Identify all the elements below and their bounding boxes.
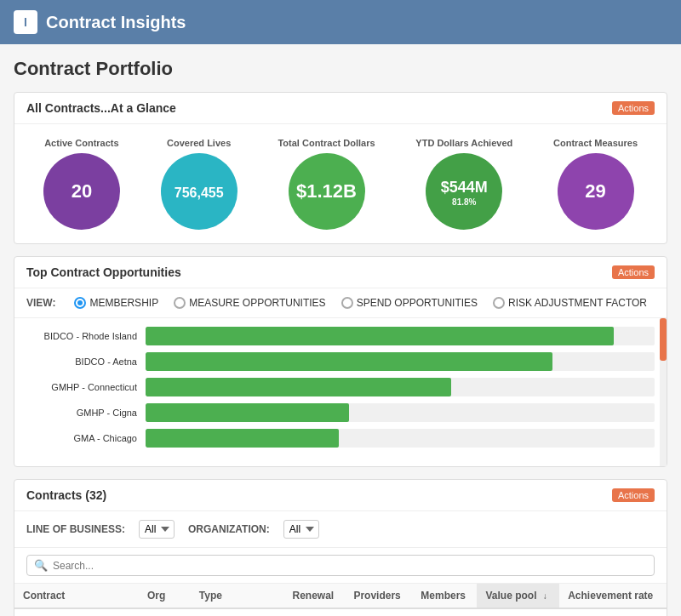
glance-title: All Contracts...At a Glance [26,101,176,115]
bar-chart-body: BIDCO - Rhode IslandBIDCO - AetnaGMHP - … [14,318,667,466]
page-title: Contract Portfolio [14,58,667,80]
glance-section: All Contracts...At a Glance Actions Acti… [14,92,667,244]
cell-achievement-rate: 20.50% [559,608,667,616]
col-achievement-rate[interactable]: Achievement rate [559,584,667,608]
opportunities-actions-button[interactable]: Actions [612,265,655,279]
radio-spend-label: SPEND OPPORTUNITIES [357,297,478,309]
glance-ytd-label: YTD Dollars Achieved [415,138,512,148]
radio-spend-circle [341,297,353,309]
page-content: Contract Portfolio All Contracts...At a … [0,44,681,616]
glance-covered-lives: Covered Lives 756,455 [161,138,237,230]
contracts-section: Contracts (32) Actions LINE OF BUSINESS:… [14,479,667,616]
bar-fill [146,378,451,396]
glance-ytd-circle: $544M 81.8% [426,153,502,230]
glance-covered-value: 756,455 [175,185,224,200]
bar-fill [146,429,339,448]
glance-total-label: Total Contract Dollars [278,138,375,148]
glance-actions-button[interactable]: Actions [612,101,655,115]
glance-active-contracts: Active Contracts 20 [43,138,120,230]
contracts-header: Contracts (32) Actions [14,480,667,511]
bar-label: GMHP - Cigna [26,408,137,418]
lob-select[interactable]: All [139,520,175,539]
opportunities-section: Top Contract Opportunities Actions VIEW:… [14,256,667,467]
bar-chart: BIDCO - Rhode IslandBIDCO - AetnaGMHP - … [14,318,667,466]
radio-risk[interactable]: RISK ADJUSTMENT FACTOR [493,297,647,309]
bar-row: GMHP - Connecticut [26,378,655,396]
view-label: VIEW: [26,297,55,309]
opportunities-actions-label: Actions [618,267,649,277]
glance-measures-value: 29 [585,180,605,202]
bar-label: BIDCO - Aetna [26,356,137,367]
app-logo: I [14,10,37,34]
cell-members: 12,000 [412,608,477,616]
cell-contract[interactable]: BIDCO - Rhode Island [14,608,139,616]
radio-membership[interactable]: MEMBERSHIP [74,297,158,309]
bar-row: GMA - Chicago [26,429,655,448]
glance-ytd-value: $544M [441,179,488,196]
bar-track [146,378,655,396]
col-value-pool[interactable]: Value pool ↓ [477,584,559,608]
bar-track [146,352,655,371]
radio-spend[interactable]: SPEND OPPORTUNITIES [341,297,478,309]
glance-ytd-dollars: YTD Dollars Achieved $544M 81.8% [415,138,512,230]
glance-active-value: 20 [72,180,92,202]
bar-track [146,429,655,448]
org-label: ORGANIZATION: [188,523,270,535]
table-head: Contract Org Type Renewal Providers Memb… [14,584,667,608]
table-body: BIDCO - Rhode IslandBIDCOShared Savings7… [14,608,667,616]
lob-label: LINE OF BUSINESS: [26,523,125,535]
contracts-table: Contract Org Type Renewal Providers Memb… [14,584,667,616]
col-members[interactable]: Members [412,584,477,608]
search-box[interactable]: 🔍 [26,555,655,576]
bar-row: BIDCO - Rhode Island [26,327,655,345]
cell-providers: 1,000 [345,608,412,616]
radio-membership-circle [74,297,86,309]
col-type[interactable]: Type [191,584,284,608]
bar-label: BIDCO - Rhode Island [26,331,137,341]
bar-fill [146,352,552,371]
radio-measure-label: MEASURE OPPORTUNITIES [189,297,325,309]
bar-row: BIDCO - Aetna [26,352,655,371]
bar-track [146,327,655,345]
glance-ytd-sub: 81.8% [441,197,488,208]
glance-header: All Contracts...At a Glance Actions [14,93,667,124]
col-contract[interactable]: Contract [14,584,139,608]
bar-fill [146,403,349,422]
glance-metrics-row: Active Contracts 20 Covered Lives 756,45… [14,124,667,243]
bar-fill [146,327,614,345]
sort-arrow: ↓ [543,591,547,601]
radio-risk-circle [493,297,505,309]
radio-risk-label: RISK ADJUSTMENT FACTOR [508,297,647,309]
glance-active-label: Active Contracts [44,138,118,148]
glance-measures-circle: 29 [558,153,634,230]
cell-type: Shared Savings [191,608,284,616]
search-input[interactable] [53,560,647,572]
col-org[interactable]: Org [139,584,191,608]
radio-measure[interactable]: MEASURE OPPORTUNITIES [174,297,325,309]
app-title: Contract Insights [46,13,186,32]
glance-total-circle: $1.12B [289,153,365,230]
cell-org: BIDCO [139,608,191,616]
col-renewal[interactable]: Renewal [283,584,345,608]
contracts-title: Contracts (32) [26,488,106,502]
glance-covered-label: Covered Lives [167,138,231,148]
radio-membership-label: MEMBERSHIP [89,297,158,309]
opportunities-title: Top Contract Opportunities [26,265,181,279]
glance-total-value: $1.12B [296,180,357,202]
glance-measures: Contract Measures 29 [553,138,638,230]
filter-row: LINE OF BUSINESS: All ORGANIZATION: All [14,511,667,548]
contracts-actions-button[interactable]: Actions [612,488,655,502]
logo-letter: I [24,15,27,29]
search-icon: 🔍 [34,559,48,572]
view-row: VIEW: MEMBERSHIP MEASURE OPPORTUNITIES S… [14,288,667,318]
table-row: BIDCO - Rhode IslandBIDCOShared Savings7… [14,608,667,616]
glance-actions-label: Actions [618,103,649,113]
glance-measures-label: Contract Measures [553,138,638,148]
col-providers[interactable]: Providers [345,584,412,608]
glance-covered-circle: 756,455 [161,153,237,230]
glance-active-circle: 20 [43,153,120,230]
bar-label: GMA - Chicago [26,433,137,443]
search-row: 🔍 [14,548,667,584]
org-select[interactable]: All [283,520,319,539]
opportunities-header: Top Contract Opportunities Actions [14,257,667,288]
